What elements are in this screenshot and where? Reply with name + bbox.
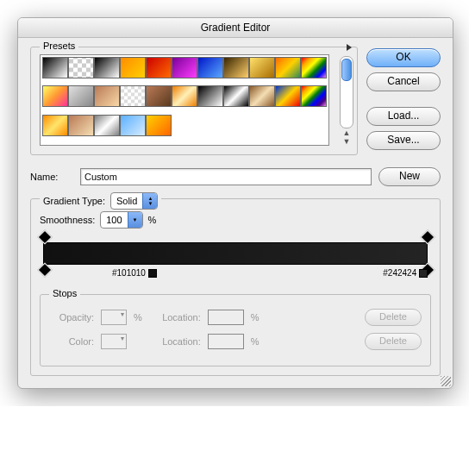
ok-button[interactable]: OK [366, 48, 441, 67]
smoothness-input[interactable]: 100 ▼ [100, 211, 142, 229]
preset-swatch[interactable] [275, 57, 301, 78]
stop-right-hex: #242424 [383, 268, 428, 278]
save-button[interactable]: Save... [366, 131, 441, 150]
preset-swatch[interactable] [42, 85, 68, 107]
opacity-location-label: Location: [149, 312, 201, 323]
color-swatch [101, 334, 127, 349]
gradient-preview-bar[interactable] [43, 242, 428, 265]
gradient-type-label: Gradient Type: [43, 196, 105, 206]
name-label: Name: [30, 172, 73, 182]
opacity-location-input [208, 310, 244, 325]
preset-swatch[interactable] [197, 85, 223, 107]
preset-swatch[interactable] [94, 85, 120, 107]
preset-swatch[interactable] [120, 85, 146, 107]
preset-swatch[interactable] [120, 57, 146, 78]
preset-swatch[interactable] [42, 115, 68, 136]
gradient-type-value: Solid [111, 196, 142, 206]
window-title: Gradient Editor [18, 18, 453, 38]
opacity-stop-right[interactable] [422, 232, 431, 242]
opacity-input [101, 310, 127, 325]
smoothness-label: Smoothness: [40, 215, 95, 225]
opacity-delete-button: Delete [365, 309, 422, 326]
gradient-type-fieldset: Gradient Type: Solid ▲▼ Smoothness: 100 … [30, 198, 441, 376]
color-location-pct: % [251, 336, 260, 347]
color-label: Color: [49, 336, 94, 347]
select-stepper-icon[interactable]: ▲▼ [142, 193, 157, 209]
scrollbar-thumb[interactable] [341, 59, 352, 81]
stops-legend: Stops [49, 288, 80, 298]
presets-flyout-icon[interactable] [347, 44, 352, 51]
preset-swatch[interactable] [301, 57, 327, 78]
load-button[interactable]: Load... [366, 107, 441, 126]
preset-swatch[interactable] [249, 57, 275, 78]
preset-swatch[interactable] [301, 85, 327, 107]
color-location-input [208, 334, 244, 349]
scroll-up-icon[interactable]: ▲ [343, 128, 351, 137]
stop-left-hex: #101010 [112, 268, 157, 278]
gradient-bar-wrap: #101010 #242424 [43, 242, 428, 265]
smoothness-dropdown-icon[interactable]: ▼ [128, 212, 142, 228]
presets-fieldset: Presets ▲ ▼ [30, 47, 358, 155]
preset-swatch[interactable] [172, 85, 197, 107]
preset-swatch[interactable] [249, 85, 275, 107]
presets-scrollbar[interactable]: ▲ ▼ [340, 56, 353, 146]
preset-swatch[interactable] [120, 115, 146, 136]
presets-legend: Presets [40, 41, 78, 51]
smoothness-pct: % [148, 215, 157, 225]
preset-swatch[interactable] [223, 85, 249, 107]
resize-grip-icon[interactable] [441, 376, 451, 386]
name-input[interactable] [80, 168, 372, 185]
preset-swatch[interactable] [68, 115, 94, 136]
preset-swatch[interactable] [146, 57, 172, 78]
preset-swatch[interactable] [68, 85, 94, 107]
color-location-label: Location: [149, 336, 201, 347]
color-stop-left[interactable] [40, 265, 48, 275]
color-delete-button: Delete [365, 333, 422, 350]
new-button[interactable]: New [378, 167, 441, 186]
gradient-type-select[interactable]: Solid ▲▼ [110, 192, 158, 210]
scrollbar-track[interactable] [340, 56, 353, 128]
preset-swatch[interactable] [223, 57, 249, 78]
cancel-button[interactable]: Cancel [366, 72, 441, 91]
preset-swatch[interactable] [146, 115, 172, 136]
smoothness-value: 100 [101, 215, 127, 225]
stops-fieldset: Stops Opacity: % Location: % Delete Colo… [40, 294, 431, 366]
preset-swatch[interactable] [197, 57, 223, 78]
preset-swatch[interactable] [42, 57, 68, 78]
preset-swatch[interactable] [68, 57, 94, 78]
opacity-label: Opacity: [49, 312, 94, 323]
gradient-editor-window: Gradient Editor Presets ▲ ▼ OK Cancel [17, 17, 453, 389]
opacity-pct: % [134, 312, 142, 323]
presets-grid [40, 54, 329, 146]
opacity-location-pct: % [251, 312, 260, 323]
preset-swatch[interactable] [146, 85, 172, 107]
opacity-stop-left[interactable] [40, 232, 48, 242]
scroll-down-icon[interactable]: ▼ [343, 137, 351, 146]
preset-swatch[interactable] [275, 85, 301, 107]
preset-swatch[interactable] [172, 57, 197, 78]
preset-swatch[interactable] [94, 115, 120, 136]
preset-swatch[interactable] [94, 57, 120, 78]
